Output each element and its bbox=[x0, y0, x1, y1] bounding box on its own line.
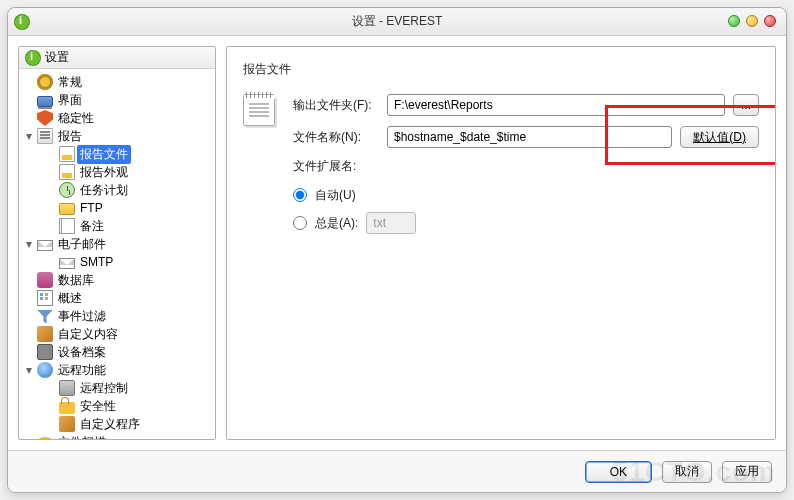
tree-item-label: FTP bbox=[77, 200, 106, 216]
shield-icon bbox=[37, 110, 53, 126]
tree-item-label: 报告外观 bbox=[77, 163, 131, 182]
browse-button[interactable]: ... bbox=[733, 94, 759, 116]
filename-row: 文件名称(N): 默认值(D) bbox=[293, 126, 759, 148]
tree-item-label: 界面 bbox=[55, 91, 85, 110]
settings-tree[interactable]: 常规界面稳定性▾报告报告文件报告外观任务计划FTP备注▾电子邮件SMTP数据库概… bbox=[19, 69, 215, 439]
cube-icon bbox=[59, 416, 75, 432]
tree-item-label: 事件过滤 bbox=[55, 307, 109, 326]
apply-button[interactable]: 应用 bbox=[722, 461, 772, 483]
report-icon bbox=[243, 94, 275, 126]
tree-item[interactable]: 稳定性 bbox=[23, 109, 215, 127]
window-controls bbox=[728, 15, 776, 27]
tree-item-label: 概述 bbox=[55, 289, 85, 308]
tree-item-label: 电子邮件 bbox=[55, 235, 109, 254]
tree-item[interactable]: 数据库 bbox=[23, 271, 215, 289]
tree-item[interactable]: 设备档案 bbox=[23, 343, 215, 361]
tree-item[interactable]: 备注 bbox=[45, 217, 215, 235]
collapse-icon[interactable]: ▾ bbox=[23, 364, 35, 376]
tree-item-label: SMTP bbox=[77, 254, 116, 270]
tree-item[interactable]: ▾电子邮件 bbox=[23, 235, 215, 253]
tree-item-label: 任务计划 bbox=[77, 181, 131, 200]
titlebar: 设置 - EVEREST bbox=[8, 8, 786, 36]
ext-always-row: 总是(A): bbox=[293, 213, 759, 233]
lock-icon bbox=[59, 402, 75, 414]
db-icon bbox=[37, 272, 53, 288]
tree-item[interactable]: 报告外观 bbox=[45, 163, 215, 181]
pc-icon bbox=[59, 380, 75, 396]
tree-item-label: 备注 bbox=[77, 217, 107, 236]
tree-item-label: 报告 bbox=[55, 127, 85, 146]
maximize-button[interactable] bbox=[746, 15, 758, 27]
tree-item[interactable]: 远程控制 bbox=[45, 379, 215, 397]
tree-item[interactable]: ▾远程功能 bbox=[23, 361, 215, 379]
gear-icon bbox=[37, 74, 53, 90]
tree-item[interactable]: 概述 bbox=[23, 289, 215, 307]
tree-item-label: 远程功能 bbox=[55, 361, 109, 380]
filename-input[interactable] bbox=[387, 126, 672, 148]
tree-item[interactable]: FTP bbox=[45, 199, 215, 217]
tree-item-label: 设备档案 bbox=[55, 343, 109, 362]
settings-tree-panel: 设置 常规界面稳定性▾报告报告文件报告外观任务计划FTP备注▾电子邮件SMTP数… bbox=[18, 46, 216, 440]
tree-item[interactable]: 报告文件 bbox=[45, 145, 215, 163]
tree-item[interactable]: 任务计划 bbox=[45, 181, 215, 199]
output-folder-input[interactable] bbox=[387, 94, 725, 116]
window-body: 设置 常规界面稳定性▾报告报告文件报告外观任务计划FTP备注▾电子邮件SMTP数… bbox=[8, 36, 786, 450]
tree-item[interactable]: 界面 bbox=[23, 91, 215, 109]
ok-button[interactable]: OK bbox=[585, 461, 652, 483]
tree-item-label: 远程控制 bbox=[77, 379, 131, 398]
tree-item[interactable]: 事件过滤 bbox=[23, 307, 215, 325]
minimize-button[interactable] bbox=[728, 15, 740, 27]
note-icon bbox=[59, 218, 75, 234]
mail-icon bbox=[37, 240, 53, 251]
collapse-icon[interactable]: ▾ bbox=[23, 130, 35, 142]
tree-header: 设置 bbox=[19, 47, 215, 69]
settings-window: 设置 - EVEREST 设置 常规界面稳定性▾报告报告文件报告外观任务计划FT… bbox=[7, 7, 787, 493]
collapse-icon[interactable]: ▾ bbox=[23, 436, 35, 439]
dialog-buttons: OK 取消 应用 bbox=[8, 450, 786, 492]
tree-item-label: 报告文件 bbox=[77, 145, 131, 164]
default-button[interactable]: 默认值(D) bbox=[680, 126, 759, 148]
cancel-button[interactable]: 取消 bbox=[662, 461, 712, 483]
cube-icon bbox=[37, 326, 53, 342]
tree-header-label: 设置 bbox=[45, 49, 69, 66]
tree-item[interactable]: 常规 bbox=[23, 73, 215, 91]
output-folder-row: 输出文件夹(F): ... bbox=[293, 94, 759, 116]
filter-icon bbox=[37, 310, 53, 324]
tree-item[interactable]: 自定义内容 bbox=[23, 325, 215, 343]
collapse-icon[interactable]: ▾ bbox=[23, 238, 35, 250]
form-icon-container bbox=[243, 94, 281, 241]
tree-item[interactable]: SMTP bbox=[45, 253, 215, 271]
clock-icon bbox=[59, 182, 75, 198]
tree-item[interactable]: ▾文件扫描 bbox=[23, 433, 215, 439]
app-icon bbox=[14, 14, 30, 30]
ext-auto-label[interactable]: 自动(U) bbox=[315, 187, 356, 204]
tree-item[interactable]: ▾报告 bbox=[23, 127, 215, 145]
mail-icon bbox=[59, 258, 75, 269]
tree-item[interactable]: 安全性 bbox=[45, 397, 215, 415]
tree-item-label: 自定义程序 bbox=[77, 415, 143, 434]
extension-label: 文件扩展名: bbox=[293, 158, 379, 175]
close-button[interactable] bbox=[764, 15, 776, 27]
monitor-icon bbox=[37, 96, 53, 107]
form-fields: 输出文件夹(F): ... 文件名称(N): 默认值(D) 文件扩展名: bbox=[293, 94, 759, 241]
extension-radio-group: 自动(U) 总是(A): bbox=[293, 185, 759, 233]
extension-label-row: 文件扩展名: bbox=[293, 158, 759, 175]
ext-always-radio[interactable] bbox=[293, 216, 307, 230]
report-file-form: 输出文件夹(F): ... 文件名称(N): 默认值(D) 文件扩展名: bbox=[243, 94, 759, 241]
output-folder-label: 输出文件夹(F): bbox=[293, 97, 379, 114]
ext-always-label[interactable]: 总是(A): bbox=[315, 215, 358, 232]
ext-auto-row: 自动(U) bbox=[293, 185, 759, 205]
main-panel: 报告文件 输出文件夹(F): ... 文件名称(N): 默认值(D) bbox=[226, 46, 776, 440]
panel-title: 报告文件 bbox=[243, 61, 759, 78]
tree-item-label: 安全性 bbox=[77, 397, 119, 416]
folder-icon bbox=[59, 203, 75, 215]
filename-label: 文件名称(N): bbox=[293, 129, 379, 146]
page-icon bbox=[59, 146, 75, 162]
page-icon bbox=[59, 164, 75, 180]
magnify-icon bbox=[37, 437, 53, 440]
tree-item-label: 数据库 bbox=[55, 271, 97, 290]
window-title: 设置 - EVEREST bbox=[8, 13, 786, 30]
ext-auto-radio[interactable] bbox=[293, 188, 307, 202]
tree-item[interactable]: 自定义程序 bbox=[45, 415, 215, 433]
tree-item-label: 文件扫描 bbox=[55, 433, 109, 440]
